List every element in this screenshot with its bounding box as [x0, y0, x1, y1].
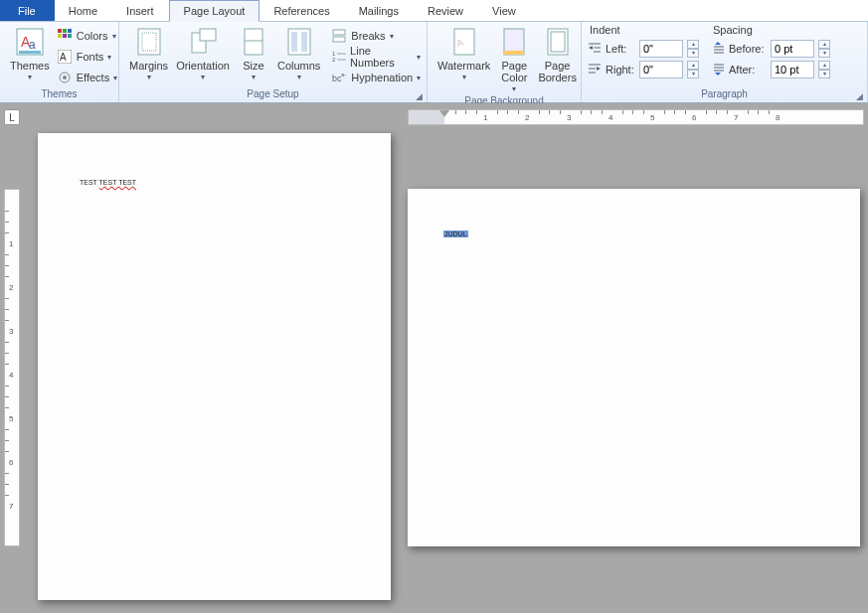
- theme-colors-button[interactable]: Colors ▾: [54, 26, 120, 46]
- svg-rect-6: [68, 29, 72, 33]
- chevron-down-icon: ▾: [390, 32, 394, 41]
- breaks-icon: [331, 28, 347, 44]
- chevron-down-icon: ▾: [462, 72, 466, 83]
- svg-rect-9: [68, 34, 72, 38]
- page1-text-plain: TEST: [80, 179, 99, 186]
- theme-fonts-button[interactable]: A Fonts ▾: [54, 47, 120, 67]
- svg-rect-22: [301, 32, 307, 52]
- spacing-after-spinner[interactable]: ▴▾: [818, 61, 830, 78]
- vertical-ruler[interactable]: 1234567: [4, 189, 20, 546]
- tab-references[interactable]: References: [260, 0, 344, 21]
- indent-right-row: Right: ▴▾: [588, 60, 699, 79]
- effects-icon: [57, 70, 73, 85]
- spacing-after-row: After: ▴▾: [711, 60, 830, 79]
- tab-mailings[interactable]: Mailings: [345, 0, 414, 21]
- page-setup-launcher[interactable]: ◢: [414, 91, 425, 101]
- spacing-before-input[interactable]: [771, 40, 814, 58]
- group-paragraph: Indent Left: ▴▾ Right: ▴▾ Spacing: [582, 22, 868, 102]
- tab-insert[interactable]: Insert: [112, 0, 169, 21]
- page-borders-icon: [542, 26, 574, 58]
- columns-label: Columns: [277, 60, 320, 72]
- spacing-heading: Spacing: [711, 24, 830, 38]
- indent-left-row: Left: ▴▾: [588, 39, 699, 59]
- svg-text:a: a: [29, 38, 36, 52]
- tab-home[interactable]: Home: [55, 0, 112, 21]
- indent-right-input[interactable]: [639, 61, 683, 78]
- spacing-after-input[interactable]: [771, 61, 814, 78]
- indent-left-icon: [588, 42, 602, 56]
- orientation-icon: [187, 26, 219, 58]
- tab-label: Page Layout: [184, 5, 246, 17]
- themes-button[interactable]: Aa Themes ▾: [6, 24, 54, 83]
- colors-label: Colors: [77, 30, 108, 42]
- horizontal-ruler[interactable]: 12345678: [408, 109, 864, 125]
- themes-icon: Aa: [14, 26, 46, 58]
- tab-label: Home: [69, 5, 97, 17]
- columns-button[interactable]: Columns▾: [273, 24, 324, 83]
- watermark-label: Watermark: [437, 60, 490, 72]
- indent-left-input[interactable]: [639, 40, 683, 58]
- svg-marker-40: [589, 46, 593, 50]
- hyphenation-button[interactable]: bca-Hyphenation▾: [328, 68, 424, 87]
- page2-selected-text: JUDUL: [443, 230, 468, 237]
- svg-rect-5: [63, 29, 67, 33]
- svg-text:2: 2: [332, 57, 336, 63]
- paragraph-launcher[interactable]: ◢: [854, 91, 865, 101]
- svg-rect-8: [63, 34, 67, 38]
- page-borders-button[interactable]: Page Borders: [534, 24, 581, 83]
- svg-marker-52: [715, 73, 721, 76]
- tab-selector[interactable]: L: [4, 109, 20, 125]
- size-label: Size: [243, 60, 263, 72]
- margins-label: Margins: [129, 60, 168, 72]
- orientation-button[interactable]: Orientation▾: [172, 24, 234, 83]
- spacing-before-spinner[interactable]: ▴▾: [818, 40, 830, 58]
- tab-review[interactable]: Review: [414, 0, 478, 21]
- fonts-label: Fonts: [77, 51, 104, 63]
- tab-strip: File Home Insert Page Layout References …: [0, 0, 868, 22]
- indent-left-spinner[interactable]: ▴▾: [687, 40, 699, 58]
- line-numbers-label: Line Numbers: [350, 45, 413, 69]
- margins-button[interactable]: Margins▾: [125, 24, 172, 83]
- tab-view[interactable]: View: [478, 0, 531, 21]
- indent-right-icon: [588, 63, 602, 77]
- chevron-down-icon: ▾: [297, 72, 301, 83]
- theme-effects-button[interactable]: Effects ▾: [54, 68, 120, 87]
- svg-rect-18: [245, 29, 262, 55]
- spacing-before-row: Before: ▴▾: [711, 39, 830, 59]
- svg-rect-23: [333, 30, 345, 35]
- svg-rect-24: [333, 37, 345, 42]
- watermark-button[interactable]: A Watermark▾: [434, 24, 494, 83]
- line-numbers-icon: 12: [331, 49, 346, 65]
- tab-file[interactable]: File: [0, 0, 55, 21]
- svg-point-13: [63, 76, 67, 79]
- fonts-icon: A: [57, 49, 73, 65]
- size-icon: [238, 26, 269, 58]
- indent-right-spinner[interactable]: ▴▾: [687, 61, 699, 78]
- chevron-down-icon: ▾: [512, 83, 516, 95]
- svg-marker-48: [715, 42, 721, 45]
- hyphenation-label: Hyphenation: [351, 72, 413, 83]
- document-page-1[interactable]: TEST TEST TEST: [38, 133, 391, 600]
- document-area: L 12345678 1234567 TEST TEST TEST JUDUL: [0, 103, 868, 613]
- indent-heading: Indent: [588, 24, 699, 38]
- svg-marker-44: [597, 67, 601, 71]
- svg-text:a-: a-: [341, 72, 346, 77]
- themes-label: Themes: [10, 60, 50, 72]
- chevron-down-icon: ▾: [417, 53, 421, 62]
- page-color-label: Page Color: [501, 60, 527, 83]
- svg-rect-7: [58, 34, 62, 38]
- line-numbers-button[interactable]: 12Line Numbers▾: [328, 47, 424, 67]
- svg-rect-3: [19, 51, 41, 54]
- margins-icon: [133, 26, 165, 58]
- size-button[interactable]: Size▾: [234, 24, 273, 83]
- breaks-button[interactable]: Breaks▾: [328, 26, 424, 46]
- page-color-button[interactable]: Page Color▾: [494, 24, 534, 95]
- orientation-label: Orientation: [176, 60, 230, 72]
- document-page-2[interactable]: JUDUL: [408, 189, 860, 546]
- page2-text: JUDUL: [443, 230, 468, 237]
- tab-page-layout[interactable]: Page Layout: [169, 0, 260, 22]
- tab-selector-glyph: L: [9, 112, 15, 123]
- watermark-icon: A: [448, 26, 480, 58]
- breaks-label: Breaks: [351, 30, 385, 42]
- tab-label: Insert: [126, 5, 154, 17]
